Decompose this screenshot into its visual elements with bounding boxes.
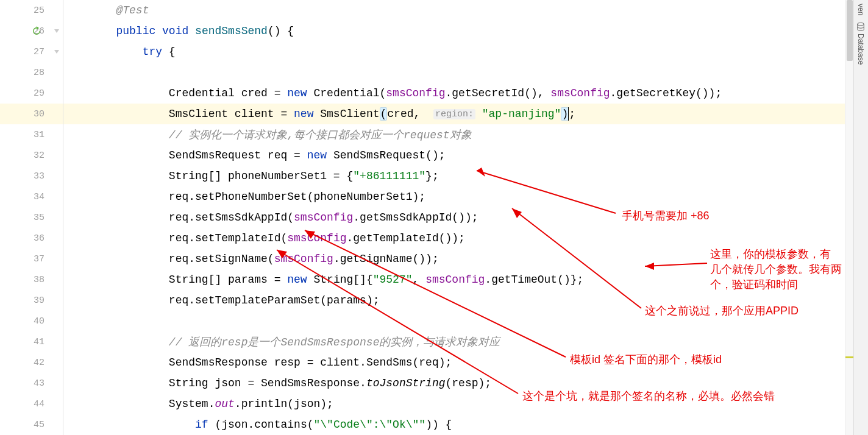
- code-line[interactable]: [63, 62, 868, 83]
- code-line[interactable]: req.setPhoneNumberSet(phoneNumberSet1);: [63, 186, 868, 207]
- line-number: 39: [0, 290, 63, 311]
- code-line[interactable]: // 返回的resp是一个SendSmsResponse的实例，与请求对象对应: [63, 331, 868, 352]
- maven-tab[interactable]: ven: [854, 0, 867, 19]
- code-line[interactable]: try {: [63, 41, 868, 62]
- line-number: 29: [0, 83, 63, 104]
- code-line[interactable]: // 实例化一个请求对象,每个接口都会对应一个request对象: [63, 124, 868, 145]
- line-number: 27: [0, 41, 63, 62]
- database-icon: [856, 23, 865, 31]
- line-number: 28: [0, 62, 63, 83]
- fold-icon[interactable]: [54, 29, 59, 34]
- code-line[interactable]: if (json.contains("\"Code\":\"Ok\"")) {: [63, 414, 868, 435]
- line-number: 42: [0, 352, 63, 373]
- code-line[interactable]: SendSmsResponse resp = client.SendSms(re…: [63, 352, 868, 373]
- run-test-icon[interactable]: [32, 26, 41, 36]
- line-number: 44: [0, 394, 63, 414]
- line-number: 31: [0, 124, 63, 145]
- code-editor[interactable]: @Test public void sendSmsSend() { try { …: [63, 0, 868, 435]
- code-line[interactable]: @Test: [63, 0, 868, 21]
- annotation-signname: 这个是个坑，就是那个签名的名称，必填。必然会错: [522, 389, 775, 404]
- scrollbar[interactable]: [845, 0, 853, 435]
- line-number: 41: [0, 331, 63, 352]
- database-tab[interactable]: Database: [854, 19, 867, 68]
- line-number: 43: [0, 373, 63, 394]
- code-line[interactable]: SmsClient client = new SmsClient(cred, r…: [63, 104, 868, 124]
- code-line[interactable]: public void sendSmsSend() {: [63, 21, 868, 41]
- code-line[interactable]: SendSmsRequest req = new SendSmsRequest(…: [63, 145, 868, 166]
- line-number: 32: [0, 145, 63, 166]
- code-line[interactable]: Credential cred = new Credential(smsConf…: [63, 83, 868, 104]
- line-number: 37: [0, 249, 63, 269]
- code-line[interactable]: req.setTemplateId(smsConfig.getTemplateI…: [63, 228, 868, 249]
- scroll-thumb[interactable]: [847, 0, 853, 61]
- code-line[interactable]: String[] phoneNumberSet1 = {"+86111111"}…: [63, 166, 868, 186]
- line-number: 25: [0, 0, 63, 21]
- line-number: 34: [0, 186, 63, 207]
- line-number: 45: [0, 414, 63, 435]
- right-tool-tabs: ven Database: [853, 0, 868, 435]
- annotation-params: 这里，你的模板参数，有 几个就传几个参数。我有两 个，验证码和时间: [710, 247, 842, 293]
- line-number: 36: [0, 228, 63, 249]
- line-number-gutter[interactable]: 2526272829303132333435363738394041424344…: [0, 0, 63, 435]
- line-number: 33: [0, 166, 63, 186]
- annotation-phone: 手机号需要加 +86: [622, 208, 710, 224]
- line-number: 30: [0, 104, 63, 124]
- code-line[interactable]: req.setSmsSdkAppId(smsConfig.getSmsSdkAp…: [63, 207, 868, 228]
- svg-point-0: [858, 23, 864, 26]
- annotation-templateid: 模板id 签名下面的那个，模板id: [570, 352, 722, 367]
- line-number: 38: [0, 269, 63, 290]
- fold-icon[interactable]: [54, 50, 59, 55]
- line-number: 35: [0, 207, 63, 228]
- line-number: 40: [0, 311, 63, 331]
- annotation-appid: 这个之前说过，那个应用APPID: [645, 303, 799, 319]
- line-number: 26: [0, 21, 63, 41]
